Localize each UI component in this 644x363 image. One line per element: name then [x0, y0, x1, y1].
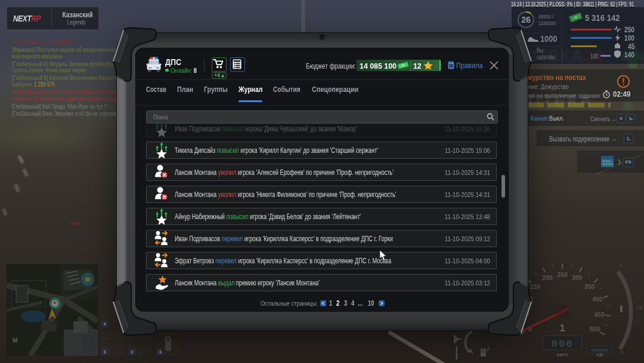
svg-text:КМ/Ч: КМ/Ч	[557, 352, 568, 358]
svg-text:200: 200	[542, 274, 553, 281]
svg-text:1: 1	[560, 323, 565, 333]
svg-text:1: 1	[620, 263, 623, 268]
svg-text:0: 0	[621, 350, 624, 355]
svg-text:000: 000	[552, 339, 574, 350]
svg-text:350: 350	[584, 283, 595, 290]
svg-text:500: 500	[590, 325, 600, 333]
svg-text:450: 450	[594, 311, 605, 318]
svg-text:400: 400	[592, 296, 603, 303]
svg-text:250: 250	[557, 271, 568, 278]
svg-text:КМ: КМ	[597, 352, 603, 358]
svg-text:1/2: 1/2	[636, 306, 642, 310]
svg-text:300: 300	[572, 274, 583, 281]
